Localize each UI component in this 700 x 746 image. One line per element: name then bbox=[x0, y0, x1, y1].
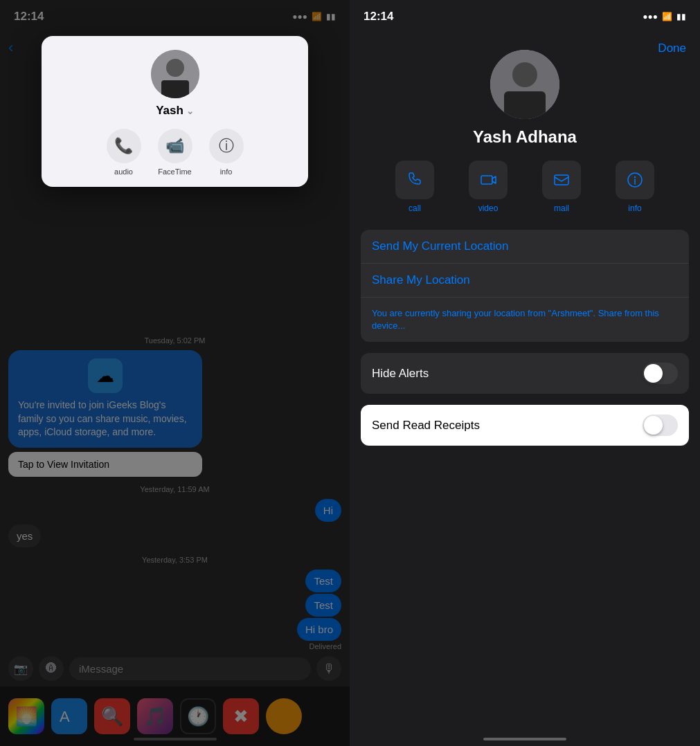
send-location-row[interactable]: Send My Current Location bbox=[361, 230, 689, 264]
read-receipts-section: Send Read Receipts bbox=[361, 405, 689, 446]
info-label-right: info bbox=[628, 203, 641, 213]
mail-icon bbox=[542, 161, 581, 199]
info-label: info bbox=[220, 167, 233, 176]
status-time-right: 12:14 bbox=[364, 10, 393, 24]
facetime-icon: 📹 bbox=[158, 129, 192, 163]
action-video[interactable]: video bbox=[457, 161, 519, 213]
hide-alerts-label: Hide Alerts bbox=[372, 367, 429, 381]
hide-alerts-row: Hide Alerts bbox=[361, 353, 689, 394]
location-section: Send My Current Location Share My Locati… bbox=[361, 230, 689, 342]
audio-icon: 📞 bbox=[107, 129, 141, 163]
wifi-icon-right: 📶 bbox=[662, 12, 672, 21]
popup-action-audio[interactable]: 📞 audio bbox=[107, 129, 141, 176]
read-receipts-row: Send Read Receipts bbox=[361, 405, 689, 446]
home-indicator-right bbox=[483, 738, 566, 740]
info-circle-icon bbox=[616, 161, 654, 199]
action-call[interactable]: call bbox=[384, 161, 446, 213]
popup-avatar bbox=[151, 50, 199, 98]
svg-rect-3 bbox=[161, 80, 189, 98]
signal-dots-icon-right: ●●● bbox=[643, 12, 658, 21]
status-bar-right: 12:14 ●●● 📶 ▮▮ bbox=[350, 0, 700, 29]
svg-rect-10 bbox=[555, 175, 568, 185]
popup-action-facetime[interactable]: 📹 FaceTime bbox=[158, 129, 192, 176]
hide-alerts-knob bbox=[644, 364, 663, 383]
info-icon: ⓘ bbox=[209, 129, 244, 163]
svg-rect-9 bbox=[481, 176, 492, 184]
video-label: video bbox=[478, 203, 499, 213]
audio-label: audio bbox=[114, 167, 133, 176]
popup-name: Yash ⌄ bbox=[156, 104, 194, 118]
action-info[interactable]: info bbox=[604, 161, 666, 213]
chevron-icon: ⌄ bbox=[186, 106, 194, 116]
location-note-text: You are currently sharing your location … bbox=[372, 308, 595, 318]
svg-point-12 bbox=[634, 176, 636, 178]
read-receipts-label: Send Read Receipts bbox=[372, 419, 480, 433]
action-buttons-row: call video mail bbox=[361, 161, 689, 213]
hide-alerts-toggle[interactable] bbox=[643, 363, 678, 384]
svg-point-6 bbox=[512, 62, 537, 87]
read-receipts-knob bbox=[644, 416, 663, 435]
mail-label: mail bbox=[554, 203, 569, 213]
call-icon bbox=[395, 161, 434, 199]
right-panel: 12:14 ●●● 📶 ▮▮ Done Yash Adhana bbox=[350, 0, 700, 746]
action-mail[interactable]: mail bbox=[530, 161, 593, 213]
popup-action-info[interactable]: ⓘ info bbox=[209, 129, 244, 176]
hide-alerts-section: Hide Alerts bbox=[361, 353, 689, 394]
facetime-label: FaceTime bbox=[158, 167, 192, 176]
read-receipts-toggle[interactable] bbox=[643, 415, 678, 436]
contact-detail: Yash Adhana call video bbox=[350, 36, 700, 746]
svg-point-1 bbox=[166, 59, 184, 77]
popup-actions: 📞 audio 📹 FaceTime ⓘ info bbox=[107, 129, 244, 176]
status-icons-right: ●●● 📶 ▮▮ bbox=[643, 12, 686, 21]
contact-name-large: Yash Adhana bbox=[361, 127, 689, 147]
location-note-row: You are currently sharing your location … bbox=[361, 298, 689, 342]
left-panel: 12:14 ●●● 📶 ▮▮ ‹ Yash ⌄ 📞 au bbox=[0, 0, 350, 746]
contact-avatar-large bbox=[490, 50, 559, 119]
svg-rect-8 bbox=[504, 91, 546, 119]
video-icon bbox=[469, 161, 508, 199]
call-label: call bbox=[409, 203, 421, 213]
contact-popup: Yash ⌄ 📞 audio 📹 FaceTime ⓘ info bbox=[42, 36, 308, 187]
share-location-row[interactable]: Share My Location bbox=[361, 264, 689, 298]
battery-icon-right: ▮▮ bbox=[676, 12, 686, 21]
done-button[interactable]: Done bbox=[658, 42, 686, 55]
